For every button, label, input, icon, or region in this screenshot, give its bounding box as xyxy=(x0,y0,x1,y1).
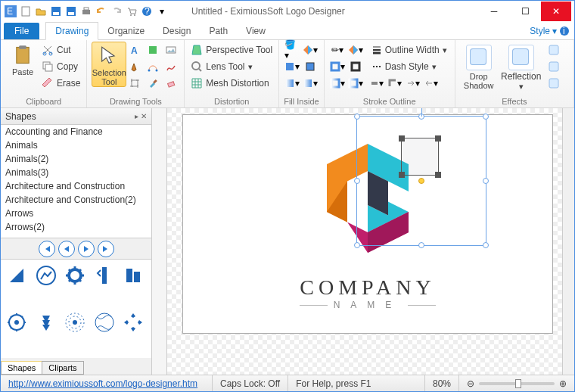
brush-tool-icon[interactable] xyxy=(145,75,161,92)
save-copy-icon[interactable] xyxy=(64,5,78,18)
shape-category-item[interactable]: Architecture and Construction xyxy=(1,179,151,193)
drop-shadow-button[interactable]: Drop Shadow xyxy=(460,42,498,90)
shadow-preset-3[interactable] xyxy=(545,76,566,91)
shape-thumb[interactable] xyxy=(4,263,30,288)
close-button[interactable]: ✕ xyxy=(541,2,571,21)
selection-tool-button[interactable]: Selection Tool xyxy=(92,42,126,87)
lens-tool-button[interactable]: Lens Tool▾ xyxy=(189,58,274,75)
tab-view[interactable]: View xyxy=(237,23,275,39)
fill-solid-icon[interactable]: ▾ xyxy=(284,58,300,75)
shape-category-item[interactable]: Architecture and Construction(2) xyxy=(1,193,151,207)
shape-thumb[interactable] xyxy=(92,263,117,288)
shape-category-item[interactable]: Animals xyxy=(1,138,151,152)
stroke-color-icon[interactable]: ▾ xyxy=(347,42,364,58)
fill-gradient-icon[interactable]: ▾ xyxy=(284,75,300,92)
svg-rect-46 xyxy=(134,272,140,282)
freehand-tool-icon[interactable] xyxy=(163,58,179,75)
minimize-button[interactable]: ─ xyxy=(479,2,509,21)
shape-thumb[interactable] xyxy=(33,263,59,288)
fill-color-icon[interactable]: ▾ xyxy=(302,42,319,58)
tab-drawing[interactable]: Drawing xyxy=(45,22,98,40)
eraser-tool-icon[interactable] xyxy=(163,75,179,92)
panel-tab-cliparts[interactable]: Cliparts xyxy=(42,361,83,375)
maximize-button[interactable]: ☐ xyxy=(510,2,540,21)
tab-design[interactable]: Design xyxy=(154,23,200,39)
cart-icon[interactable] xyxy=(125,5,138,18)
prev-icon[interactable] xyxy=(58,241,75,257)
shape-category-item[interactable]: Accounting and Finance xyxy=(1,125,151,138)
new-icon[interactable] xyxy=(19,5,33,18)
tab-path[interactable]: Path xyxy=(200,23,237,39)
next-icon[interactable] xyxy=(78,241,95,257)
canvas[interactable]: COMPANY NAME xyxy=(167,108,574,375)
zoom-out-icon[interactable]: ⊖ xyxy=(467,378,474,389)
arrow-end-icon[interactable]: ▾ xyxy=(423,75,440,92)
text-tool-icon[interactable]: A xyxy=(126,42,143,58)
panel-tab-shapes[interactable]: Shapes xyxy=(1,361,42,375)
fill-bucket-icon[interactable]: 🪣▾ xyxy=(284,42,300,58)
status-link[interactable]: http://www.eximioussoft.com/logo-designe… xyxy=(8,378,197,389)
stroke-grad-icon[interactable]: ▾ xyxy=(329,75,346,92)
save-icon[interactable] xyxy=(49,5,63,18)
group-label-fill: Fill Inside xyxy=(284,95,319,107)
svg-point-10 xyxy=(134,14,135,16)
zoom-slider[interactable] xyxy=(479,382,555,385)
shape-category-item[interactable]: Animals(2) xyxy=(1,152,151,166)
shape-thumb[interactable] xyxy=(92,310,117,335)
open-icon[interactable] xyxy=(34,5,48,18)
shape-thumb[interactable] xyxy=(62,310,88,335)
fill-swatch-icon[interactable] xyxy=(302,58,319,75)
first-icon[interactable] xyxy=(39,241,55,257)
outline-width-button[interactable]: Outline Width▾ xyxy=(368,42,450,58)
group-label-effects: Effects xyxy=(460,95,569,107)
zoom-in-icon[interactable]: ⊕ xyxy=(559,378,567,389)
last-icon[interactable] xyxy=(98,241,114,257)
mesh-distortion-button[interactable]: Mesh Distortion xyxy=(189,75,274,92)
reflection-button[interactable]: Reflection▾ xyxy=(502,42,540,91)
stroke-swatch-icon[interactable] xyxy=(347,58,364,75)
tab-organize[interactable]: Organize xyxy=(98,23,154,39)
app-icon[interactable]: E xyxy=(4,5,17,18)
shape-thumb[interactable] xyxy=(4,310,30,335)
shadow-preset-1[interactable] xyxy=(545,42,566,58)
shape-category-item[interactable]: Arrows(2) xyxy=(1,220,151,234)
pen-tool-icon[interactable] xyxy=(126,58,143,75)
style-dropdown[interactable]: Style▾ i xyxy=(525,23,574,39)
shapes-category-list[interactable]: Accounting and FinanceAnimalsAnimals(2)A… xyxy=(1,125,151,238)
cut-button[interactable]: Cut xyxy=(40,42,82,58)
zoom-control[interactable]: ⊖ ⊕ xyxy=(459,375,574,391)
shape-category-item[interactable]: Animals(3) xyxy=(1,166,151,179)
pin-icon[interactable]: ▸ ✕ xyxy=(135,112,147,120)
perspective-tool-button[interactable]: Perspective Tool xyxy=(189,42,274,58)
shape-tool-icon[interactable] xyxy=(145,42,161,58)
paste-button[interactable]: Paste xyxy=(5,42,40,76)
redo-icon[interactable] xyxy=(110,5,123,18)
fill-linear-icon[interactable]: ▾ xyxy=(302,75,319,92)
vertical-scrollbar[interactable] xyxy=(562,108,574,375)
stroke-solid-icon[interactable]: ▾ xyxy=(329,58,346,75)
erase-button[interactable]: Erase xyxy=(40,75,82,92)
selection-box[interactable] xyxy=(356,116,486,246)
file-tab[interactable]: File xyxy=(4,23,39,39)
shape-thumb[interactable] xyxy=(120,263,146,288)
copy-button[interactable]: Copy xyxy=(40,58,82,75)
shape-category-item[interactable]: Arrows xyxy=(1,207,151,220)
shadow-preset-2[interactable] xyxy=(545,59,566,74)
shape-thumb[interactable] xyxy=(33,310,59,335)
crop-tool-icon[interactable] xyxy=(126,75,143,92)
undo-icon[interactable] xyxy=(95,5,108,18)
cap-flat-icon[interactable]: ▾ xyxy=(368,75,385,92)
bezier-tool-icon[interactable] xyxy=(145,58,161,75)
join-miter-icon[interactable]: ▾ xyxy=(387,75,403,92)
help-icon[interactable]: ? xyxy=(140,5,154,18)
arrow-start-icon[interactable]: ▾ xyxy=(405,75,421,92)
image-tool-icon[interactable] xyxy=(163,42,179,58)
print-icon[interactable] xyxy=(79,5,93,18)
shape-thumb[interactable] xyxy=(62,263,88,288)
shape-thumb[interactable] xyxy=(120,310,146,335)
stroke-pen-icon[interactable]: ✏▾ xyxy=(329,42,346,58)
qat-dropdown-icon[interactable]: ▾ xyxy=(155,5,169,18)
inner-selection[interactable] xyxy=(401,138,439,176)
stroke-linear-icon[interactable]: ▾ xyxy=(347,75,364,92)
dash-style-button[interactable]: Dash Style▾ xyxy=(368,58,450,75)
